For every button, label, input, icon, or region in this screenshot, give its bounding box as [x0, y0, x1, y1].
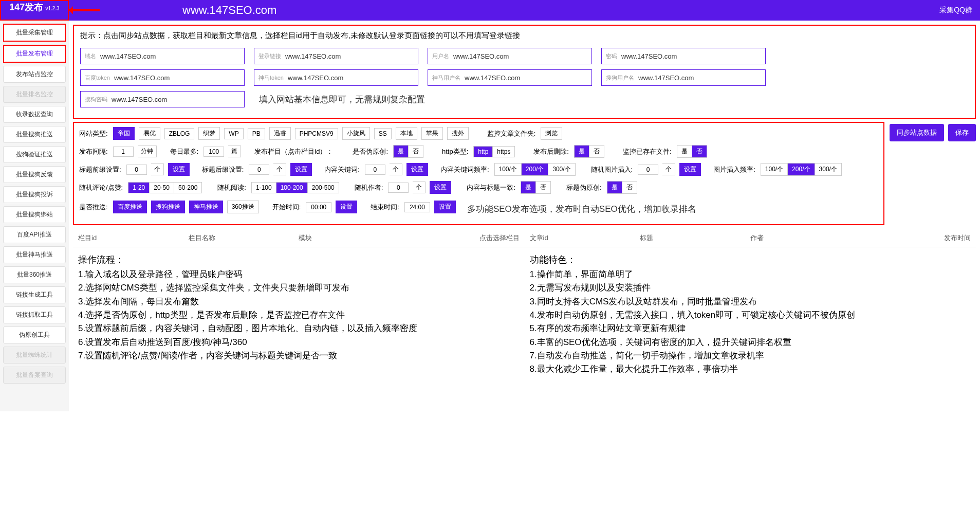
- set-button[interactable]: 设置: [679, 163, 701, 176]
- option-tag[interactable]: 本地: [396, 127, 417, 140]
- input-field[interactable]: [285, 52, 414, 60]
- sidebar-item[interactable]: 批量搜狗推送: [3, 126, 66, 143]
- segment-option[interactable]: 200/个: [522, 164, 548, 175]
- sidebar-item[interactable]: 批量搜狗反馈: [3, 166, 66, 183]
- time-input[interactable]: [306, 202, 331, 212]
- segment-option[interactable]: 否: [692, 146, 707, 157]
- input-field[interactable]: [100, 52, 240, 60]
- segment-option[interactable]: 是: [394, 146, 409, 157]
- sidebar-item[interactable]: 批量搜狗绑站: [3, 206, 66, 223]
- segment-option[interactable]: 否: [622, 182, 637, 193]
- option-tag[interactable]: PHPCMSV9: [295, 128, 338, 139]
- sidebar-item[interactable]: 批量搜狗投诉: [3, 186, 66, 203]
- set-button[interactable]: 设置: [434, 201, 456, 213]
- input-field[interactable]: [288, 74, 414, 82]
- number-input[interactable]: [126, 165, 147, 175]
- sidebar-item[interactable]: 链接生成工具: [3, 286, 66, 303]
- option-tag[interactable]: PB: [248, 128, 265, 139]
- option-tag[interactable]: 织梦: [198, 127, 220, 140]
- segment-option[interactable]: 100/个: [761, 164, 788, 175]
- sidebar-item[interactable]: 百度API推送: [3, 226, 66, 243]
- input-sogou-password[interactable]: 搜狗密码: [80, 91, 245, 107]
- segment-control[interactable]: 是否: [521, 181, 551, 194]
- input-group[interactable]: 百度token: [80, 69, 245, 86]
- input-field[interactable]: [465, 74, 587, 82]
- set-button[interactable]: 设置: [168, 163, 190, 176]
- segment-control[interactable]: 是否: [677, 145, 707, 158]
- sidebar-item[interactable]: 批量采集管理: [3, 24, 66, 42]
- set-button[interactable]: 设置: [406, 163, 428, 176]
- segment-option[interactable]: 否: [589, 146, 604, 157]
- segment-option[interactable]: 50-200: [174, 183, 201, 193]
- sidebar-item[interactable]: 发布站点监控: [3, 66, 66, 83]
- number-input[interactable]: [638, 165, 658, 175]
- option-tag[interactable]: WP: [224, 128, 243, 139]
- number-input[interactable]: [249, 165, 269, 175]
- set-button[interactable]: 设置: [290, 163, 312, 176]
- option-tag[interactable]: 百度推送: [113, 201, 147, 213]
- set-button[interactable]: 设置: [336, 201, 357, 213]
- time-input[interactable]: [404, 202, 430, 212]
- number-input[interactable]: [388, 183, 409, 193]
- segment-option[interactable]: 20-50: [150, 183, 174, 193]
- option-tag[interactable]: 神马推送: [189, 201, 223, 213]
- input-group[interactable]: 用户名: [428, 48, 592, 64]
- sidebar-item[interactable]: 收录数据查询: [3, 106, 66, 123]
- input-field[interactable]: [112, 96, 240, 103]
- input-group[interactable]: 密码: [601, 48, 766, 64]
- segment-control[interactable]: 1-100100-200200-500: [251, 182, 339, 193]
- sidebar-item[interactable]: 链接抓取工具: [3, 306, 66, 323]
- segment-control[interactable]: 1-2020-5050-200: [128, 182, 202, 193]
- sync-button[interactable]: 同步站点数据: [890, 124, 944, 141]
- segment-option[interactable]: 200-500: [308, 183, 339, 193]
- segment-control[interactable]: 是否: [574, 145, 604, 158]
- segment-option[interactable]: 300/个: [548, 164, 575, 175]
- segment-option[interactable]: 否: [409, 146, 423, 157]
- option-tag[interactable]: 搜狗推送: [151, 201, 185, 213]
- option-tag[interactable]: 小旋风: [342, 127, 370, 140]
- segment-option[interactable]: 是: [575, 146, 589, 157]
- input-group[interactable]: 搜狗用户名: [601, 69, 766, 86]
- segment-option[interactable]: https: [493, 147, 514, 157]
- segment-control[interactable]: 是否: [393, 145, 423, 158]
- sidebar-item[interactable]: 批量360推送: [3, 266, 66, 283]
- number-input[interactable]: [204, 147, 224, 157]
- browse-button[interactable]: 浏览: [541, 127, 562, 140]
- sidebar-item[interactable]: 搜狗验证推送: [3, 146, 66, 163]
- set-button[interactable]: 设置: [430, 181, 451, 194]
- segment-option[interactable]: 100-200: [276, 183, 308, 193]
- segment-option[interactable]: 200/个: [788, 164, 815, 175]
- segment-option[interactable]: http: [474, 147, 493, 157]
- input-group[interactable]: 登录链接: [254, 48, 418, 64]
- input-group[interactable]: 神马用户名: [428, 69, 592, 86]
- option-tag[interactable]: 苹果: [421, 127, 443, 140]
- option-tag[interactable]: SS: [374, 128, 392, 139]
- option-tag[interactable]: 帝国: [113, 127, 135, 140]
- input-field[interactable]: [621, 52, 761, 60]
- segment-control[interactable]: httphttps: [473, 146, 515, 157]
- segment-option[interactable]: 1-100: [252, 183, 276, 193]
- segment-control[interactable]: 是否: [607, 181, 637, 194]
- segment-option[interactable]: 是: [607, 182, 622, 193]
- segment-option[interactable]: 300/个: [815, 164, 841, 175]
- number-input[interactable]: [113, 147, 134, 157]
- sidebar-item[interactable]: 伪原创工具: [3, 326, 66, 343]
- option-tag[interactable]: 360推送: [227, 201, 259, 213]
- segment-control[interactable]: 100/个200/个300/个: [494, 163, 576, 176]
- input-group[interactable]: 神马token: [254, 69, 418, 86]
- option-tag[interactable]: 易优: [139, 127, 160, 140]
- segment-option[interactable]: 1-20: [128, 183, 150, 193]
- header-qq-link[interactable]: 采集QQ群: [939, 6, 972, 15]
- segment-option[interactable]: 100/个: [495, 164, 522, 175]
- segment-control[interactable]: 100/个200/个300/个: [761, 163, 842, 176]
- sidebar-item[interactable]: 批量发布管理: [3, 45, 66, 63]
- save-button[interactable]: 保存: [948, 124, 976, 141]
- input-field[interactable]: [114, 74, 240, 82]
- option-tag[interactable]: 迅睿: [269, 127, 291, 140]
- segment-option[interactable]: 否: [536, 182, 550, 193]
- input-field[interactable]: [453, 52, 587, 60]
- option-tag[interactable]: ZBLOG: [164, 128, 195, 139]
- segment-option[interactable]: 是: [521, 182, 536, 193]
- option-tag[interactable]: 搜外: [447, 127, 469, 140]
- number-input[interactable]: [365, 165, 385, 175]
